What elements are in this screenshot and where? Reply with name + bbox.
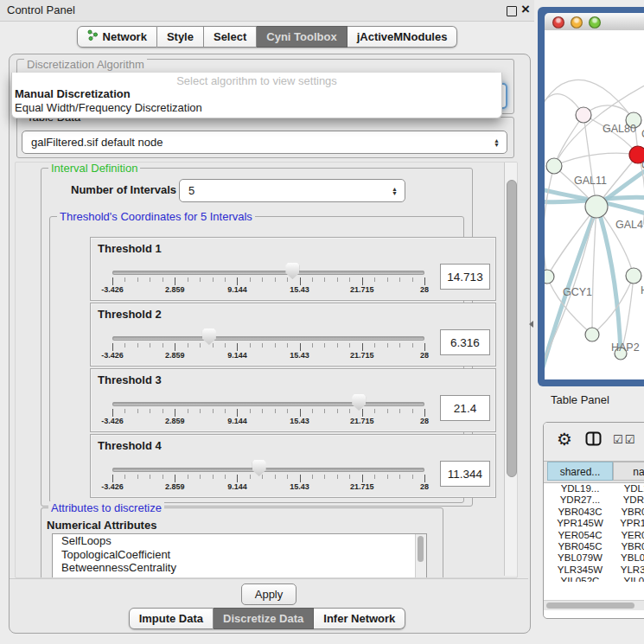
- table-row[interactable]: YBL079WYBL079W: [544, 552, 644, 564]
- float-window-icon[interactable]: [507, 6, 517, 16]
- mac-close-button[interactable]: [552, 16, 564, 29]
- interval-definition-label: Interval Definition: [48, 162, 140, 175]
- scrollbar-thumb[interactable]: [546, 603, 634, 609]
- tick-label: 15.43: [290, 417, 309, 425]
- network-edge[interactable]: [583, 115, 596, 207]
- network-node[interactable]: [545, 270, 554, 284]
- slider-track[interactable]: [112, 271, 424, 275]
- table-row[interactable]: YLR345WYLR345W: [544, 564, 644, 576]
- threshold-label: Threshold 1: [98, 242, 162, 255]
- thresholds-group: Threshold's Coordinates for 5 Intervals …: [49, 216, 464, 503]
- tab-label: Infer Network: [323, 609, 395, 628]
- slider-ticks: [112, 475, 425, 482]
- tab-jactivemnodules[interactable]: jActiveMNodules: [348, 26, 458, 48]
- tab-cyni-toolbox[interactable]: Cyni Toolbox: [257, 26, 347, 48]
- network-edge[interactable]: [592, 207, 596, 335]
- network-node-label: HAP2: [611, 341, 640, 354]
- cell-name: YER054C: [613, 530, 644, 541]
- close-icon[interactable]: ×: [521, 1, 530, 18]
- apply-button[interactable]: Apply: [241, 583, 296, 605]
- attributes-group: Attributes to discretize Numerical Attri…: [41, 507, 443, 578]
- tab-style[interactable]: Style: [157, 26, 204, 48]
- thresholds-group-label: Threshold's Coordinates for 5 Intervals: [57, 210, 255, 223]
- scrollbar-thumb[interactable]: [507, 180, 517, 477]
- network-icon: [87, 27, 99, 47]
- tick-label: 28: [420, 417, 429, 425]
- network-edge[interactable]: [545, 166, 554, 277]
- network-canvas[interactable]: GAL80GCGAL11GAL4GCY1HHAP2: [545, 30, 644, 379]
- table-row[interactable]: YBR043CYBR043C: [544, 507, 644, 518]
- network-edge[interactable]: [554, 153, 638, 166]
- attributes-list-scrollbar[interactable]: [415, 534, 426, 578]
- column-header-name[interactable]: na...: [613, 462, 644, 481]
- table-row[interactable]: YBR045CYBR045C: [544, 541, 644, 552]
- table-panel-title: Table Panel: [551, 393, 609, 406]
- network-node[interactable]: [585, 328, 599, 341]
- cell-shared-name: YER054C: [547, 530, 613, 541]
- cell-shared-name: YDL19...: [547, 483, 613, 494]
- tab-select[interactable]: Select: [204, 26, 257, 48]
- control-panel-title: Control Panel: [7, 0, 75, 21]
- mac-minimize-button[interactable]: [571, 16, 583, 29]
- tick-label: 2.859: [165, 417, 185, 425]
- network-window-titlebar[interactable]: [545, 13, 644, 31]
- cell-shared-name: YLR345W: [547, 564, 613, 576]
- dropdown-placeholder: Select algorithm to view settings: [12, 74, 501, 87]
- tick-label: 2.859: [165, 351, 185, 360]
- attribute-list-item[interactable]: BetweennessCentrality: [53, 561, 426, 575]
- network-node[interactable]: [626, 268, 641, 284]
- checkboxes-icon[interactable]: ☑☑: [613, 433, 636, 446]
- cell-shared-name: YBR043C: [547, 507, 613, 518]
- column-header-shared-name[interactable]: shared...: [547, 462, 613, 481]
- dropdown-option-equal-width-frequency[interactable]: Equal Width/Frequency Discretization: [15, 101, 202, 114]
- gear-icon[interactable]: ⚙: [557, 429, 572, 450]
- attribute-list-item[interactable]: TopologicalCoefficient: [53, 548, 426, 562]
- table-data-selected-value: galFiltered.sif default node: [31, 131, 163, 153]
- threshold-panel: Threshold 1-3.4262.8599.14415.4321.71528…: [90, 237, 496, 301]
- table-row[interactable]: YIL052CYIL052C: [544, 576, 644, 582]
- network-edge[interactable]: [598, 209, 621, 354]
- slider-track[interactable]: [112, 468, 424, 472]
- tab-discretize-data[interactable]: Discretize Data: [214, 608, 314, 629]
- network-node[interactable]: [546, 158, 562, 174]
- slider-track[interactable]: [112, 402, 424, 406]
- bottom-tab-bar: Impute DataDiscretize DataInfer Network: [0, 606, 534, 630]
- tick-label: 2.859: [165, 285, 185, 294]
- vertical-scrollbar[interactable]: [504, 163, 518, 576]
- network-node-label: GCY1: [563, 286, 592, 298]
- slider-track[interactable]: [112, 336, 424, 341]
- cyni-toolbox-panel: Discretization Algorithm ▲▼ Select algor…: [9, 54, 531, 634]
- threshold-value-field[interactable]: 21.4: [440, 395, 490, 421]
- network-node[interactable]: [585, 195, 608, 218]
- threshold-label: Threshold 3: [98, 373, 162, 386]
- cell-shared-name: YPR145W: [547, 518, 613, 529]
- numerical-attributes-list[interactable]: SelfLoopsTopologicalCoefficientBetweenne…: [52, 533, 427, 578]
- threshold-value-field[interactable]: 11.344: [440, 461, 490, 487]
- table-row[interactable]: YDL19...YDL19...: [544, 483, 644, 494]
- threshold-value-field[interactable]: 14.713: [440, 264, 490, 290]
- tab-label: Impute Data: [139, 609, 203, 628]
- horizontal-scrollbar[interactable]: [544, 600, 644, 610]
- threshold-label: Threshold 4: [98, 439, 162, 452]
- tab-network[interactable]: Network: [77, 26, 157, 48]
- attribute-list-item[interactable]: SelfLoops: [53, 534, 426, 548]
- dropdown-option-manual-discretization[interactable]: Manual Discretization: [15, 87, 131, 100]
- split-divider-handle[interactable]: [529, 321, 533, 328]
- table-row[interactable]: YDR27...YDR27...: [544, 494, 644, 506]
- network-edge[interactable]: [547, 207, 596, 277]
- number-of-intervals-combobox[interactable]: 5 ▲▼: [179, 179, 405, 202]
- network-node-label: H: [641, 284, 644, 296]
- table-row[interactable]: YPR145WYPR145W: [544, 518, 644, 529]
- cell-name: YPR145W: [613, 518, 644, 529]
- threshold-value-field[interactable]: 6.316: [440, 329, 490, 355]
- network-node[interactable]: [576, 107, 591, 123]
- network-node-label: GAL80: [603, 123, 636, 135]
- table-data-combobox[interactable]: galFiltered.sif default node ▲▼: [22, 131, 507, 154]
- tab-impute-data[interactable]: Impute Data: [129, 608, 214, 629]
- tick-label: 28: [420, 285, 429, 294]
- tick-label: -3.426: [101, 482, 124, 491]
- table-row[interactable]: YER054CYER054C: [544, 530, 644, 541]
- mac-zoom-button[interactable]: [589, 16, 601, 29]
- tab-infer-network[interactable]: Infer Network: [314, 608, 405, 629]
- columns-icon[interactable]: [585, 431, 602, 450]
